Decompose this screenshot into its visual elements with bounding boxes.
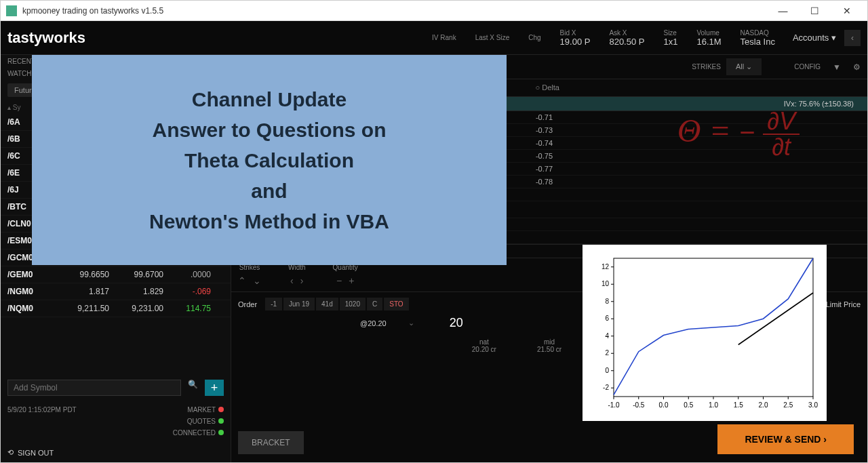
svg-text:3.0: 3.0 — [808, 401, 818, 409]
quotes-status-dot — [218, 418, 224, 424]
nasdaq-value: Tesla Inc — [741, 37, 775, 47]
iv-rank-label: IV Rank — [432, 34, 456, 41]
volume-label: Volume — [696, 29, 721, 37]
qty-plus-icon[interactable]: + — [349, 275, 354, 286]
bracket-button[interactable]: BRACKET — [238, 431, 304, 454]
add-symbol-button[interactable]: + — [205, 380, 224, 396]
connected-status-dot — [218, 430, 224, 435]
overlay-line-5: Newton's Method in VBA — [149, 206, 389, 237]
gear-icon[interactable]: ⚙ — [853, 62, 861, 72]
svg-text:6: 6 — [605, 315, 609, 322]
signout-icon: ⟲ — [7, 448, 14, 457]
order-strike[interactable]: 1020 — [340, 298, 366, 310]
search-icon[interactable]: 🔍 — [184, 380, 202, 396]
maximize-button[interactable]: ☐ — [800, 1, 830, 20]
svg-text:1.0: 1.0 — [709, 401, 718, 409]
bidx-value: 19.00 P — [560, 37, 591, 47]
price-value[interactable]: 20 — [450, 316, 463, 330]
volume-value: 16.1M — [696, 37, 721, 47]
at-price: @20.20 — [360, 319, 387, 327]
limit-label: Limit Price — [826, 300, 861, 308]
svg-text:-0.5: -0.5 — [633, 401, 645, 409]
order-exp[interactable]: Jun 19 — [283, 298, 315, 310]
overlay-line-3: Theta Calculation — [184, 145, 354, 176]
theta-formula: Θ = − ∂V∂t — [677, 109, 800, 159]
svg-text:12: 12 — [601, 263, 610, 270]
app-icon — [6, 5, 17, 16]
svg-text:0.5: 0.5 — [684, 401, 693, 409]
overlay-line-1: Channel Update — [192, 84, 347, 115]
config-label: CONFIG — [794, 63, 821, 71]
accounts-dropdown[interactable]: Accounts ▾ — [785, 33, 844, 43]
nat-label: nat — [479, 338, 489, 346]
askx-label: Ask X — [609, 29, 644, 37]
svg-text:-2: -2 — [603, 384, 609, 391]
strikes-down-icon[interactable]: ⌄ — [253, 275, 261, 286]
col-delta[interactable]: ○ Delta — [509, 83, 564, 92]
price-down-icon[interactable]: ⌄ — [408, 319, 414, 327]
logo: tastyworks — [7, 29, 85, 47]
svg-text:2: 2 — [605, 349, 609, 357]
review-send-button[interactable]: REVIEW & SEND › — [717, 424, 854, 454]
width-right-icon[interactable]: › — [300, 275, 304, 286]
strikes-all[interactable]: All ⌄ — [726, 58, 762, 75]
close-button[interactable]: ✕ — [831, 1, 862, 20]
watchlist-row[interactable]: /NQM09,211.509,231.00114.75 — [1, 300, 231, 317]
order-label: Order — [238, 300, 257, 308]
askx-value: 820.50 P — [609, 37, 644, 47]
strikes-up-icon[interactable]: ⌃ — [238, 275, 246, 286]
market-status-dot — [218, 407, 224, 412]
minimize-button[interactable]: — — [768, 1, 798, 20]
market-label: MARKET — [187, 406, 216, 414]
app-header: tastyworks IV Rank Last X Size Chg Bid X… — [1, 21, 867, 55]
window-titlebar: kpmooney trading on tastyworks v1.5.5 — … — [1, 1, 867, 21]
mid-value: 21.50 cr — [537, 346, 561, 353]
svg-text:2.5: 2.5 — [783, 401, 793, 409]
watchlist-row[interactable]: /NGM01.8171.829-.069 — [1, 283, 231, 300]
mid-label: mid — [544, 338, 555, 346]
collapse-button[interactable]: ‹ — [844, 30, 861, 46]
last-size-label: Last X Size — [475, 34, 510, 41]
quotes-label: QUOTES — [187, 418, 216, 425]
svg-text:-1.0: -1.0 — [608, 401, 620, 409]
nasdaq-label: NASDAQ — [741, 29, 775, 37]
qty-minus-icon[interactable]: − — [336, 275, 342, 286]
order-qty[interactable]: -1 — [265, 298, 282, 310]
order-cp[interactable]: C — [367, 298, 382, 310]
timestamp: 5/9/20 1:15:02PM PDT — [7, 406, 77, 414]
size-label: Size — [663, 29, 677, 37]
nat-value: 20.20 cr — [472, 346, 496, 353]
chg-label: Chg — [528, 34, 540, 41]
svg-text:4: 4 — [605, 332, 609, 340]
bidx-label: Bid X — [560, 29, 591, 37]
newton-chart: -1.0-0.50.00.51.01.52.02.53.0-2024681012 — [583, 245, 827, 421]
overlay-line-2: Answer to Questions on — [152, 115, 386, 145]
strikes-label: STRIKES — [692, 63, 721, 71]
order-sto[interactable]: STO — [384, 298, 408, 310]
width-left-icon[interactable]: ‹ — [290, 275, 294, 286]
sign-out-button[interactable]: ⟲SIGN OUT — [1, 443, 231, 462]
size-value: 1x1 — [663, 37, 677, 47]
filter-icon[interactable]: ▼ — [833, 62, 841, 72]
svg-text:0: 0 — [605, 367, 609, 374]
sym-header: Sy — [13, 104, 21, 111]
order-days[interactable]: 41d — [316, 298, 338, 310]
watchlist-row[interactable]: /GEM099.665099.6700.0000 — [1, 266, 231, 283]
title-overlay: Channel Update Answer to Questions on Th… — [32, 55, 507, 265]
svg-text:2.0: 2.0 — [759, 401, 768, 409]
connected-label: CONNECTED — [173, 429, 216, 437]
svg-text:0.0: 0.0 — [659, 401, 669, 409]
svg-text:8: 8 — [605, 298, 609, 305]
add-symbol-input[interactable] — [7, 380, 181, 396]
window-title: kpmooney trading on tastyworks v1.5.5 — [22, 6, 768, 16]
overlay-line-4: and — [251, 176, 287, 206]
svg-text:1.5: 1.5 — [734, 401, 743, 409]
svg-text:10: 10 — [601, 280, 610, 287]
